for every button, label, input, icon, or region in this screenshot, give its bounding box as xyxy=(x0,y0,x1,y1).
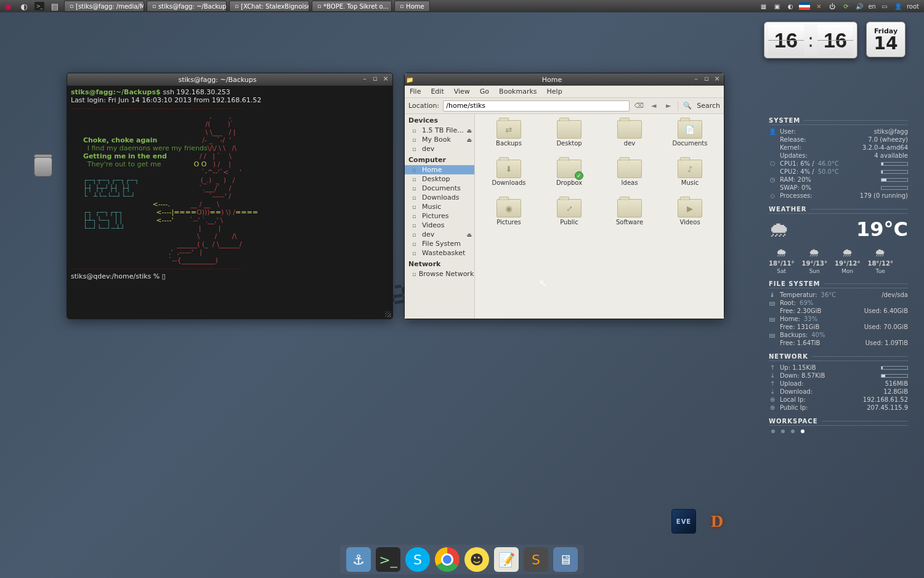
eject-icon[interactable]: ⏏ xyxy=(466,137,472,143)
fm-menu-view[interactable]: View xyxy=(454,88,470,96)
folder-icon xyxy=(557,120,582,139)
sidebar-item[interactable]: ▫1.5 TB File...⏏ xyxy=(405,126,474,135)
session-user[interactable]: root xyxy=(907,3,919,10)
dock-emoji-icon[interactable]: ☻ xyxy=(464,547,489,572)
task-label: Home xyxy=(406,3,424,10)
sidebar-item[interactable]: ▫Browse Network xyxy=(405,269,474,279)
tray-icon-1[interactable]: ▦ xyxy=(758,1,768,11)
files-icon[interactable]: ▤ xyxy=(49,1,60,12)
sidebar-item[interactable]: ▫Downloads xyxy=(405,193,474,202)
sidebar-item[interactable]: ▫Wastebasket xyxy=(405,248,474,258)
weather-now-icon: 🌧 xyxy=(769,217,790,242)
fm-menu-edit[interactable]: Edit xyxy=(431,88,444,96)
sidebar-item[interactable]: ▫File System xyxy=(405,239,474,248)
folder-downloads[interactable]: ⬇Downloads xyxy=(479,160,539,197)
diablo-shortcut[interactable]: D xyxy=(705,509,729,534)
tray-xchat-icon[interactable]: ✕ xyxy=(814,1,824,11)
dock-skype-icon[interactable]: S xyxy=(405,547,430,572)
search-label[interactable]: Search xyxy=(697,102,720,110)
tray-update-icon[interactable]: ⟳ xyxy=(841,1,851,11)
fm-minimize-button[interactable]: – xyxy=(692,75,700,84)
sidebar-item[interactable]: ▫My Book⏏ xyxy=(405,135,474,144)
folder-icon: ▫ xyxy=(412,250,419,256)
terminal-icon[interactable]: >_ xyxy=(34,2,44,10)
chrome-icon[interactable]: ◐ xyxy=(18,1,30,12)
fm-close-button[interactable]: × xyxy=(713,75,721,84)
folder-backups[interactable]: ⇄Backups xyxy=(479,120,539,157)
sidebar-item-label: Home xyxy=(422,166,442,174)
tray-chrome-icon[interactable]: ◐ xyxy=(785,1,795,11)
terminal-body[interactable]: stiks@fagg:~/Backups$ ssh 192.168.30.253… xyxy=(67,86,392,319)
sidebar-item[interactable]: ▫Pictures xyxy=(405,211,474,221)
terminal-titlebar[interactable]: stiks@fagg: ~/Backups – ▫ × xyxy=(67,73,392,86)
folder-music[interactable]: ♪Music xyxy=(660,160,720,197)
taskbar-button[interactable]: ▫[XChat: StalexBignoise... xyxy=(229,1,309,12)
dock: ⚓ >_ S ☻ 📝 S 🖥 xyxy=(340,545,584,574)
workspace-dot[interactable] xyxy=(791,429,795,433)
keyboard-lang[interactable]: en xyxy=(868,3,876,10)
folder-desktop[interactable]: Desktop xyxy=(539,120,599,157)
resize-handle[interactable] xyxy=(385,311,391,317)
sidebar-item[interactable]: ▫dev xyxy=(405,144,474,153)
fm-menu-go[interactable]: Go xyxy=(480,88,489,96)
folder-software[interactable]: Software xyxy=(599,199,660,236)
workspace-dot[interactable] xyxy=(801,429,804,433)
nav-back-icon[interactable]: ◄ xyxy=(648,100,659,112)
sidebar-item[interactable]: ▫Home xyxy=(405,165,474,174)
taskbar-button[interactable]: ▫Home xyxy=(394,1,430,12)
tray-power-icon[interactable]: ⏻ xyxy=(827,1,837,11)
sidebar-item[interactable]: ▫Documents xyxy=(405,184,474,193)
folder-pictures[interactable]: ◉Pictures xyxy=(479,199,539,236)
close-button[interactable]: × xyxy=(381,75,390,84)
proc-icon: ◇ xyxy=(769,192,776,199)
sidebar-item[interactable]: ▫dev⏏ xyxy=(405,230,474,239)
fm-menu-bookmarks[interactable]: Bookmarks xyxy=(499,88,537,96)
fm-maximize-button[interactable]: ▫ xyxy=(702,75,711,84)
clear-location-icon[interactable]: ⌫ xyxy=(633,100,644,112)
dock-remote-icon[interactable]: 🖥 xyxy=(553,547,578,572)
dock-terminal-icon[interactable]: >_ xyxy=(376,547,400,572)
dock-sublime-icon[interactable]: S xyxy=(524,547,548,572)
task-icon: ▫ xyxy=(152,3,156,9)
nav-forward-icon[interactable]: ► xyxy=(663,100,674,112)
maximize-button[interactable]: ▫ xyxy=(371,75,379,84)
fm-folder-grid[interactable]: ⇄BackupsDesktopdev📄Documents⬇Downloads✓D… xyxy=(475,114,724,319)
eject-icon[interactable]: ⏏ xyxy=(466,128,472,134)
workspace-heading: WORKSPACE xyxy=(769,418,908,426)
tray-icon-2[interactable]: ▣ xyxy=(772,1,782,11)
fm-menu-help[interactable]: Help xyxy=(547,88,562,96)
dock-chrome-icon[interactable] xyxy=(435,547,460,572)
folder-icon: ▫ xyxy=(412,240,419,247)
location-input[interactable] xyxy=(443,100,630,112)
folder-dev[interactable]: dev xyxy=(599,120,660,157)
eject-icon[interactable]: ⏏ xyxy=(466,232,472,238)
minimize-button[interactable]: – xyxy=(360,75,369,84)
taskbar-button[interactable]: ▫[stiks@fagg: /media/M... xyxy=(64,1,144,12)
folder-icon: 📄 xyxy=(678,120,702,139)
folder-documents[interactable]: 📄Documents xyxy=(660,120,720,157)
workspace-dot[interactable] xyxy=(771,429,775,433)
fm-titlebar[interactable]: 📁 Home – ▫ × xyxy=(405,73,724,86)
tray-volume-icon[interactable]: 🔊 xyxy=(854,1,864,11)
folder-dropbox[interactable]: ✓Dropbox xyxy=(539,160,599,197)
folder-videos[interactable]: ▶Videos xyxy=(660,199,720,236)
dock-anchor-icon[interactable]: ⚓ xyxy=(346,547,371,572)
desktop-trash-icon[interactable] xyxy=(34,154,54,179)
dock-gedit-icon[interactable]: 📝 xyxy=(494,547,519,572)
weather-temp: 19°C xyxy=(856,218,908,241)
search-icon[interactable]: 🔍 xyxy=(682,100,693,112)
workspace-dot[interactable] xyxy=(781,429,785,433)
tray-display-icon[interactable]: ▭ xyxy=(880,1,890,11)
folder-public[interactable]: ⤢Public xyxy=(539,199,599,236)
taskbar-button[interactable]: ▫stiks@fagg: ~/Backups xyxy=(147,1,227,12)
fm-menu-file[interactable]: File xyxy=(410,88,421,96)
sidebar-item[interactable]: ▫Videos xyxy=(405,221,474,230)
taskbar-button[interactable]: ▫*BOPE. Top Sikret o... xyxy=(312,1,392,12)
tray-user-icon[interactable]: 👤 xyxy=(893,1,903,11)
folder-ideas[interactable]: Ideas xyxy=(599,160,660,197)
sidebar-item[interactable]: ▫Music xyxy=(405,202,474,211)
eve-online-shortcut[interactable]: EVE xyxy=(671,509,696,534)
sidebar-item[interactable]: ▫Desktop xyxy=(405,174,474,184)
tray-flag-icon[interactable] xyxy=(799,2,810,10)
debian-menu-icon[interactable]: ◉ xyxy=(2,1,14,12)
